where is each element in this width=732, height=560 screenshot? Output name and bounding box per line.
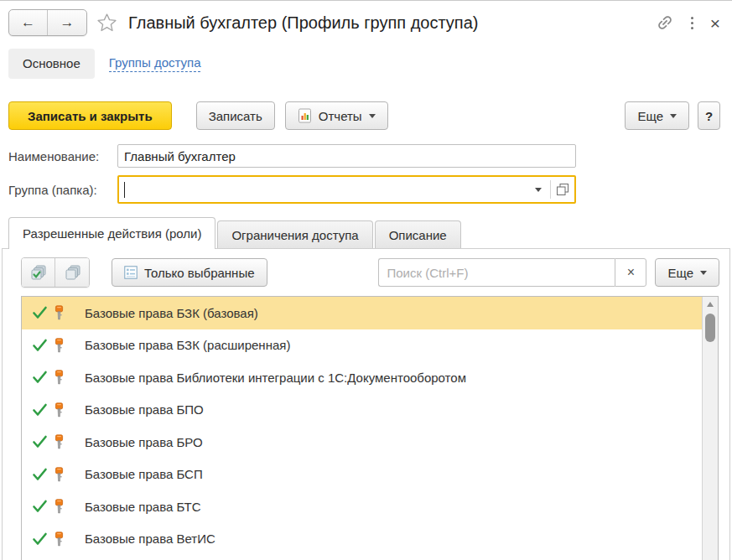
role-key-icon	[53, 499, 65, 514]
stacked-cards-icon	[64, 264, 81, 281]
role-key-icon	[53, 467, 65, 482]
help-button[interactable]: ?	[698, 101, 720, 130]
form-fields: Наименование: Группа (папка):	[0, 144, 732, 204]
role-row[interactable]: Базовые права БЗК (расширенная)	[22, 329, 702, 362]
role-label: Базовые права БПО	[85, 402, 204, 417]
only-selected-toggle[interactable]: Только выбранные	[112, 258, 267, 287]
favorite-star-icon[interactable]	[96, 12, 118, 34]
save-and-close-button[interactable]: Записать и закрыть	[8, 101, 172, 130]
breadcrumb-nav: Основное Группы доступа	[0, 48, 732, 79]
role-key-icon	[53, 402, 65, 417]
role-key-icon	[53, 434, 65, 449]
role-label: Базовые права ВетИС	[85, 531, 215, 546]
command-bar: Записать и закрыть Записать Отчеты Еще ?	[0, 101, 732, 130]
check-icon	[32, 531, 49, 547]
back-button[interactable]: ←	[9, 10, 48, 35]
role-label: Базовые права БЗК (базовая)	[85, 306, 258, 320]
forward-button[interactable]: →	[48, 10, 86, 35]
chevron-down-icon	[670, 114, 677, 118]
save-button[interactable]: Записать	[196, 101, 275, 130]
search-input[interactable]	[378, 258, 615, 287]
check-icon	[32, 499, 49, 514]
role-key-icon	[53, 531, 65, 547]
only-selected-label: Только выбранные	[144, 266, 255, 280]
role-key-icon	[53, 338, 65, 353]
role-label: Базовые права БСП	[85, 467, 203, 481]
reports-label: Отчеты	[319, 109, 362, 123]
reports-button[interactable]: Отчеты	[285, 101, 388, 130]
uncheck-all-button[interactable]	[55, 258, 89, 287]
role-row[interactable]: Базовые права БТС	[22, 490, 702, 523]
role-row[interactable]: Базовые права БСП	[22, 459, 702, 491]
more-button[interactable]: Еще	[625, 101, 689, 130]
more-menu-icon[interactable]	[689, 15, 695, 31]
stacked-cards-check-icon	[29, 264, 47, 281]
history-nav-group: ← →	[8, 9, 87, 36]
overlapping-squares-icon	[556, 183, 569, 196]
check-icon	[32, 338, 49, 353]
triangle-up-icon	[707, 302, 714, 307]
role-row[interactable]: Базовые права БРО	[22, 426, 702, 459]
chevron-down-icon	[369, 114, 376, 118]
search-clear-button[interactable]: ×	[615, 258, 646, 287]
report-icon	[298, 108, 312, 123]
role-label: Базовые права Библиотеки интеграции с 1С…	[85, 371, 466, 385]
roles-panel: Только выбранные × Еще Базовые права БЗК…	[2, 248, 730, 560]
check-all-button[interactable]	[22, 258, 55, 287]
group-open-button[interactable]	[551, 177, 574, 202]
list-box-icon	[124, 266, 138, 279]
role-row[interactable]: Базовые права ВетИС	[22, 523, 702, 556]
role-key-icon	[53, 305, 65, 320]
role-label: Базовые права БРО	[85, 435, 203, 449]
role-row[interactable]: Базовые права Библиотеки интеграции с 1С…	[22, 361, 702, 394]
role-label: Базовые права БЗК (расширенная)	[85, 338, 290, 352]
name-label: Наименование:	[8, 149, 117, 163]
nav-tab-main[interactable]: Основное	[8, 49, 95, 79]
section-tabs: Разрешенные действия (роли) Ограничения …	[0, 217, 732, 248]
name-input[interactable]	[117, 144, 576, 168]
get-link-icon[interactable]	[656, 13, 674, 32]
chevron-down-icon	[700, 271, 707, 275]
tab-description[interactable]: Описание	[375, 220, 461, 248]
nav-link-access-groups[interactable]: Группы доступа	[109, 54, 201, 72]
vertical-scrollbar[interactable]	[702, 297, 718, 560]
list-more-label: Еще	[667, 266, 693, 280]
role-row[interactable]: Базовые права БЗК (базовая)	[22, 297, 702, 329]
close-icon[interactable]: ×	[710, 14, 720, 32]
check-buttons-group	[21, 257, 90, 288]
scroll-up-button[interactable]	[703, 297, 718, 311]
window-header: ← → Главный бухгалтер (Профиль групп дос…	[0, 1, 732, 36]
more-label: Еще	[637, 109, 663, 123]
group-label: Группа (папка):	[8, 183, 117, 197]
chevron-down-icon	[535, 188, 542, 192]
role-row[interactable]: Базовые права БПО	[22, 394, 702, 427]
group-dropdown-button[interactable]	[527, 177, 550, 202]
search-area: × Еще	[378, 258, 719, 287]
scrollbar-thumb[interactable]	[705, 314, 715, 342]
header-actions: ×	[656, 13, 720, 32]
list-more-button[interactable]: Еще	[655, 258, 719, 287]
tab-access-restrictions[interactable]: Ограничения доступа	[217, 220, 372, 248]
roles-toolbar: Только выбранные × Еще	[3, 249, 729, 288]
role-key-icon	[53, 370, 65, 385]
name-field-row: Наименование:	[8, 144, 732, 168]
check-icon	[32, 305, 49, 320]
check-icon	[32, 402, 49, 417]
check-icon	[32, 370, 49, 385]
roles-list-rows: Базовые права БЗК (базовая) Базовые прав…	[22, 297, 702, 555]
access-profile-window: { "window": { "title": "Главный бухгалте…	[0, 0, 732, 560]
page-title: Главный бухгалтер (Профиль групп доступа…	[128, 13, 656, 33]
roles-list: Базовые права БЗК (базовая) Базовые прав…	[21, 296, 719, 560]
text-caret	[124, 182, 125, 198]
role-label: Базовые права БТС	[85, 500, 201, 514]
check-icon	[32, 467, 49, 482]
tab-allowed-actions[interactable]: Разрешенные действия (роли)	[8, 217, 215, 249]
group-combo-input[interactable]	[117, 175, 576, 204]
check-icon	[32, 434, 49, 449]
group-field-row: Группа (папка):	[8, 175, 732, 204]
